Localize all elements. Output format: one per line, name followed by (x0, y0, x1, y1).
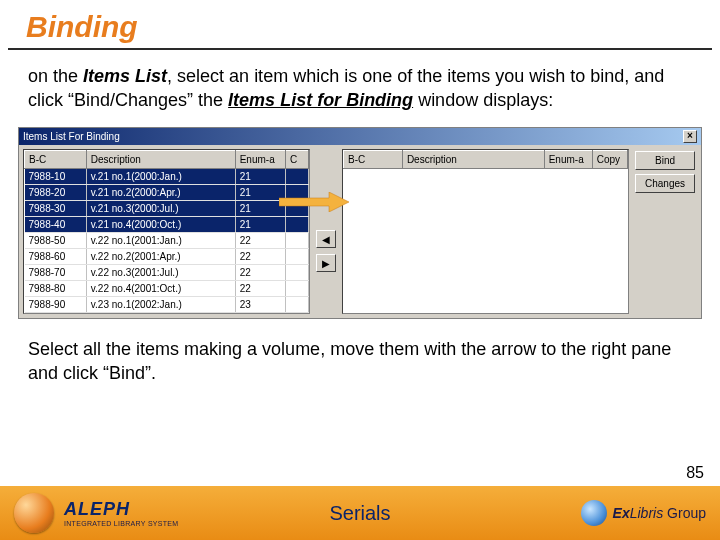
cell-enum: 23 (235, 296, 285, 312)
cell-c (286, 280, 309, 296)
bind-quote: “Bind” (103, 363, 151, 383)
cell-c (286, 184, 309, 200)
action-buttons-column: Bind Changes (633, 149, 697, 314)
cell-bc: 7988-40 (25, 216, 87, 232)
cell-enum: 22 (235, 280, 285, 296)
table-row[interactable]: 7988-40v.21 no.4(2000:Oct.)21 (25, 216, 309, 232)
bind-button[interactable]: Bind (635, 151, 695, 170)
close-icon[interactable]: × (683, 130, 697, 143)
aleph-subtitle: INTEGRATED LIBRARY SYSTEM (64, 520, 178, 527)
table-row[interactable]: 7988-30v.21 no.3(2000:Jul.)21 (25, 200, 309, 216)
cell-bc: 7988-50 (25, 232, 87, 248)
cell-bc: 7988-70 (25, 264, 87, 280)
page-number: 85 (686, 464, 704, 482)
cell-enum: 21 (235, 216, 285, 232)
cell-enum: 21 (235, 200, 285, 216)
footer-section-title: Serials (329, 502, 390, 525)
cell-c (286, 216, 309, 232)
cell-bc: 7988-30 (25, 200, 87, 216)
text: window displays: (413, 90, 553, 110)
cell-enum: 21 (235, 184, 285, 200)
cell-c (286, 232, 309, 248)
cell-desc: v.21 no.2(2000:Apr.) (86, 184, 235, 200)
cell-c (286, 264, 309, 280)
cell-enum: 21 (235, 168, 285, 184)
aleph-logo-text: ALEPH (64, 499, 178, 520)
bind-changes-quote: “Bind/Changes” (68, 90, 193, 110)
cell-desc: v.22 no.1(2001:Jan.) (86, 232, 235, 248)
cell-desc: v.21 no.3(2000:Jul.) (86, 200, 235, 216)
cell-bc: 7988-10 (25, 168, 87, 184)
items-list-em: Items List (83, 66, 167, 86)
slide-title: Binding (8, 0, 712, 50)
cell-enum: 22 (235, 264, 285, 280)
right-items-table: B-C Description Enum-a Copy (343, 150, 628, 169)
footer: ALEPH INTEGRATED LIBRARY SYSTEM Serials … (0, 486, 720, 540)
changes-button[interactable]: Changes (635, 174, 695, 193)
cell-c (286, 296, 309, 312)
col-bc[interactable]: B-C (344, 150, 403, 168)
cell-desc: v.22 no.2(2001:Apr.) (86, 248, 235, 264)
table-row[interactable]: 7988-70v.22 no.3(2001:Jul.)22 (25, 264, 309, 280)
cell-desc: v.23 no.1(2002:Jan.) (86, 296, 235, 312)
col-enum-a[interactable]: Enum-a (544, 150, 592, 168)
cell-enum: 22 (235, 248, 285, 264)
left-pane[interactable]: B-C Description Enum-a C 7988-10v.21 no.… (23, 149, 310, 314)
move-left-button[interactable]: ◀ (316, 230, 336, 248)
right-pane[interactable]: B-C Description Enum-a Copy (342, 149, 629, 314)
col-description[interactable]: Description (402, 150, 544, 168)
move-right-button[interactable]: ▶ (316, 254, 336, 272)
table-row[interactable]: 7988-80v.22 no.4(2001:Oct.)22 (25, 280, 309, 296)
col-c[interactable]: C (286, 150, 309, 168)
cell-c (286, 200, 309, 216)
cell-desc: v.21 no.1(2000:Jan.) (86, 168, 235, 184)
intro-paragraph: on the Items List, select an item which … (0, 50, 720, 121)
col-description[interactable]: Description (86, 150, 235, 168)
text: the (193, 90, 228, 110)
text: on the (28, 66, 83, 86)
table-row[interactable]: 7988-90v.23 no.1(2002:Jan.)23 (25, 296, 309, 312)
col-copy[interactable]: Copy (592, 150, 627, 168)
transfer-buttons: ◀ ▶ (314, 149, 338, 314)
left-items-table: B-C Description Enum-a C 7988-10v.21 no.… (24, 150, 309, 313)
items-list-for-binding-window: Items List For Binding × B-C Description… (18, 127, 702, 319)
text: . (151, 363, 156, 383)
exlibris-logo: ExLibris Group (581, 500, 706, 526)
col-enum-a[interactable]: Enum-a (235, 150, 285, 168)
cell-desc: v.22 no.3(2001:Jul.) (86, 264, 235, 280)
table-row[interactable]: 7988-60v.22 no.2(2001:Apr.)22 (25, 248, 309, 264)
cell-enum: 22 (235, 232, 285, 248)
cell-bc: 7988-90 (25, 296, 87, 312)
cell-desc: v.22 no.4(2001:Oct.) (86, 280, 235, 296)
cell-c (286, 168, 309, 184)
text: Ex (613, 505, 630, 521)
col-bc[interactable]: B-C (25, 150, 87, 168)
window-titlebar[interactable]: Items List For Binding × (19, 128, 701, 145)
cell-c (286, 248, 309, 264)
cell-desc: v.21 no.4(2000:Oct.) (86, 216, 235, 232)
cell-bc: 7988-60 (25, 248, 87, 264)
cell-bc: 7988-20 (25, 184, 87, 200)
table-row[interactable]: 7988-50v.22 no.1(2001:Jan.)22 (25, 232, 309, 248)
instruction-paragraph: Select all the items making a volume, mo… (0, 319, 720, 386)
table-row[interactable]: 7988-10v.21 no.1(2000:Jan.)21 (25, 168, 309, 184)
items-list-for-binding-em: Items List for Binding (228, 90, 413, 110)
text: Libris (630, 505, 663, 521)
aleph-globe-icon (14, 493, 54, 533)
cell-bc: 7988-80 (25, 280, 87, 296)
table-row[interactable]: 7988-20v.21 no.2(2000:Apr.)21 (25, 184, 309, 200)
text: Group (667, 505, 706, 521)
window-title: Items List For Binding (23, 131, 120, 142)
exlibris-globe-icon (581, 500, 607, 526)
